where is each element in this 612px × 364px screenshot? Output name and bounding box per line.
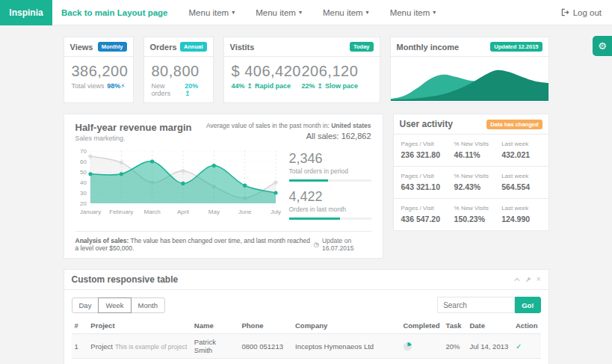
activity-row: Pages / Visit436 547.20 % New Visits150.…: [394, 199, 548, 230]
visits-left-delta: 44%: [232, 82, 245, 90]
all-sales-value: 162,862: [341, 132, 371, 141]
period-filter-group: Day Week Month: [72, 297, 165, 313]
orders-value: 80,800: [152, 63, 205, 80]
revenue-margin-chart: 706050403020JanuaryFebruaryMarchAprilMay…: [75, 146, 279, 218]
visits-card: Vistits Today $ 406,420 44% ↥ Rapid pace…: [223, 37, 380, 103]
bolt-icon: ⚡: [120, 82, 125, 90]
level-up-icon: ↥: [185, 90, 191, 97]
caret-down-icon: ▾: [232, 9, 235, 16]
go-button[interactable]: Go!: [515, 297, 540, 313]
revenue-panel-title: Half-year revenue margin: [75, 122, 192, 133]
caret-down-icon: ▾: [299, 9, 302, 16]
update-date-text: Update on 16.07.2015: [322, 237, 371, 252]
orders-card-title: Orders: [150, 43, 177, 52]
income-card-title: Monthly income: [397, 43, 460, 52]
all-sales-label: All sales:: [306, 132, 341, 141]
user-activity-panel: User activity Data has changed Pages / V…: [393, 114, 549, 231]
avg-sales-text: Average value of sales in the past month…: [206, 122, 331, 129]
monthly-income-card: Monthly income Updated 12.2015: [390, 37, 549, 103]
table-row: 1 ProjectThis is example of project Patr…: [72, 334, 541, 359]
check-icon: ✓: [516, 342, 522, 351]
visits-left-value: $ 406,420: [232, 63, 302, 80]
filter-month-button[interactable]: Month: [131, 297, 165, 313]
svg-text:70: 70: [80, 148, 87, 155]
orders-label: New orders: [152, 82, 185, 97]
svg-text:50: 50: [80, 169, 87, 176]
caret-down-icon: ▾: [366, 9, 369, 16]
search-input[interactable]: [437, 297, 515, 313]
level-up-icon: ↥: [318, 82, 324, 90]
progress-bar: [289, 179, 371, 182]
svg-text:30: 30: [80, 190, 87, 197]
table-header-row: # Project Name Phone Company Completed T…: [72, 318, 541, 334]
orders-last-month-value: 4,422: [289, 189, 371, 205]
top-navbar: Inspinia Back to main Layout page Menu i…: [0, 0, 612, 25]
project-name: Project: [90, 342, 113, 351]
orders-last-month-label: Orders in last month: [289, 206, 371, 213]
svg-text:20: 20: [80, 200, 87, 207]
sign-out-icon: [561, 8, 569, 16]
menu-item-4[interactable]: Menu item ▾: [390, 8, 436, 17]
svg-text:April: April: [176, 209, 188, 215]
views-value: 386,200: [72, 63, 126, 80]
stat-cards-row: Views Monthly 386,200 Total views 98%⚡ O…: [64, 37, 549, 103]
responsive-table-panel: Custom responsive table × Day Week Month…: [64, 269, 549, 364]
annual-badge: Annual: [180, 42, 206, 52]
user-activity-title: User activity: [400, 119, 453, 129]
svg-text:June: June: [238, 209, 251, 215]
menu-item-1[interactable]: Menu item ▾: [189, 8, 235, 17]
visits-right-value: 206,120: [302, 63, 372, 80]
close-icon[interactable]: ×: [537, 276, 541, 283]
svg-text:May: May: [208, 209, 219, 215]
caret-down-icon: ▾: [433, 9, 436, 16]
views-card: Views Monthly 386,200 Total views 98%⚡: [64, 37, 134, 103]
content-area: Views Monthly 386,200 Total views 98%⚡ O…: [64, 37, 549, 364]
table-panel-title: Custom responsive table: [72, 274, 179, 285]
svg-text:40: 40: [80, 179, 87, 186]
completed-pie-icon: [403, 342, 412, 351]
orders-delta: 20%: [185, 82, 198, 90]
visits-card-title: Vistits: [230, 43, 255, 52]
visits-right-label: Slow pace: [325, 82, 358, 90]
orders-in-period-label: Total orders in period: [289, 167, 371, 175]
revenue-panel-subtitle: Sales marketing.: [75, 135, 192, 142]
nav-menu: Menu item ▾ Menu item ▾ Menu item ▾ Menu…: [189, 8, 436, 17]
today-badge: Today: [350, 42, 374, 52]
level-up-icon: ↥: [247, 82, 253, 90]
updated-badge: Updated 12.2015: [490, 42, 542, 52]
back-to-layout-link[interactable]: Back to main Layout page: [61, 8, 168, 17]
filter-week-button[interactable]: Week: [98, 297, 131, 313]
views-label: Total views: [72, 82, 105, 90]
menu-item-3[interactable]: Menu item ▾: [323, 8, 369, 17]
theme-config-button[interactable]: ⚙: [593, 36, 612, 56]
views-card-title: Views: [70, 43, 93, 52]
svg-text:January: January: [79, 209, 100, 215]
analysis-label: Analysis of sales:: [75, 237, 129, 244]
table-row: 2 Alpha project Alice Jackson 0500 78090…: [72, 359, 541, 364]
gears-icon: ⚙: [598, 41, 607, 51]
logout-button[interactable]: Log out: [561, 8, 602, 17]
wrench-icon[interactable]: [525, 277, 531, 283]
visits-right-delta: 22%: [302, 82, 315, 90]
filter-day-button[interactable]: Day: [72, 297, 99, 313]
svg-text:March: March: [143, 209, 160, 215]
collapse-chevron-up-icon[interactable]: [514, 277, 520, 283]
orders-card: Orders Annual 80,800 New orders 20% ↥: [143, 37, 214, 103]
data-changed-badge: Data has changed: [486, 120, 542, 129]
monthly-income-chart: [391, 57, 548, 101]
visits-left-label: Rapid pace: [255, 82, 291, 90]
views-delta: 98%: [107, 82, 120, 90]
monthly-badge: Monthly: [98, 42, 127, 52]
activity-row: Pages / Visit236 321.80 % New Visits46.1…: [394, 135, 548, 167]
clock-icon: ◷: [313, 241, 318, 248]
svg-text:February: February: [109, 209, 133, 215]
svg-text:60: 60: [80, 158, 87, 165]
progress-bar: [289, 218, 371, 220]
brand-logo[interactable]: Inspinia: [0, 0, 52, 25]
menu-item-2[interactable]: Menu item ▾: [256, 8, 302, 17]
orders-in-period-value: 2,346: [289, 151, 371, 167]
activity-row: Pages / Visit643 321.10 % New Visits92.4…: [394, 167, 548, 199]
revenue-margin-panel: Half-year revenue margin Sales marketing…: [64, 114, 383, 259]
avg-sales-country: United states: [331, 122, 371, 129]
projects-table: # Project Name Phone Company Completed T…: [72, 318, 541, 364]
